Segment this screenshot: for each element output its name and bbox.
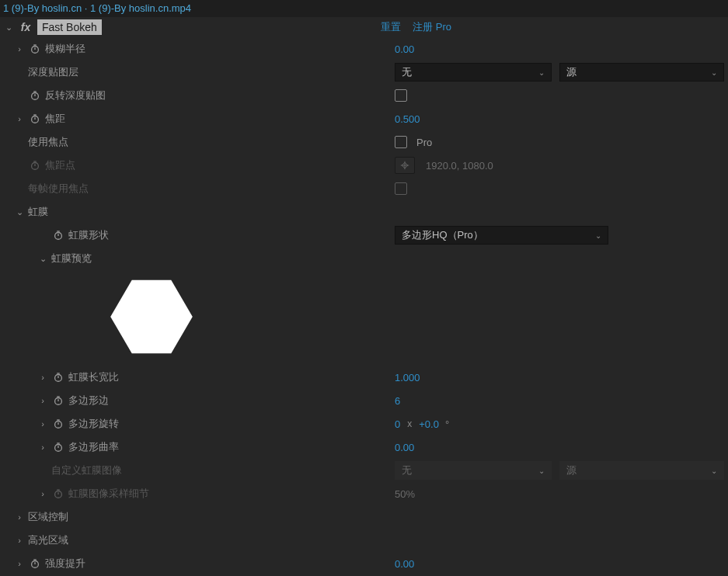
param-focus-point: › 焦距点 1920.0, 1080.0 bbox=[0, 154, 728, 177]
param-use-focus: › 使用焦点 Pro bbox=[0, 130, 728, 154]
chevron-right-icon[interactable]: › bbox=[14, 559, 25, 568]
param-label: 使用焦点 bbox=[28, 135, 68, 149]
focal-distance-value[interactable]: 0.500 bbox=[395, 113, 420, 125]
param-polygon-sides: › 多边形边 6 bbox=[0, 389, 728, 412]
param-iris-preview: ⌄ 虹膜预览 bbox=[0, 247, 728, 270]
iris-aspect-value[interactable]: 1.000 bbox=[395, 372, 420, 383]
param-label: 每帧使用焦点 bbox=[28, 182, 89, 196]
param-iris-aspect: › 虹膜长宽比 1.000 bbox=[0, 366, 728, 389]
chevron-right-icon[interactable]: › bbox=[14, 44, 25, 54]
param-label: 虹膜预览 bbox=[51, 252, 92, 265]
svg-rect-1 bbox=[33, 44, 37, 45]
chevron-down-icon: ⌄ bbox=[595, 231, 601, 240]
param-iris-group: ⌄ 虹膜 bbox=[0, 200, 728, 224]
svg-rect-27 bbox=[57, 396, 60, 397]
focus-point-coords: 1920.0, 1080.0 bbox=[426, 160, 493, 172]
param-label: 模糊半径 bbox=[45, 42, 85, 56]
chevron-right-icon[interactable]: › bbox=[37, 396, 48, 405]
stopwatch-icon[interactable] bbox=[51, 370, 65, 384]
stopwatch-icon[interactable] bbox=[51, 417, 65, 431]
svg-rect-31 bbox=[57, 419, 60, 420]
invert-depth-checkbox[interactable] bbox=[395, 89, 407, 102]
iris-preview-image bbox=[0, 270, 728, 366]
stopwatch-icon[interactable] bbox=[28, 557, 42, 571]
svg-rect-13 bbox=[33, 161, 37, 161]
depth-layer-dropdown[interactable]: 无 ⌄ bbox=[395, 63, 552, 82]
chevron-down-icon: ⌄ bbox=[711, 467, 717, 475]
stopwatch-icon bbox=[28, 158, 42, 172]
param-label: 虹膜形状 bbox=[68, 228, 109, 242]
param-polygon-curvature: › 多边形曲率 0.00 bbox=[0, 435, 728, 459]
polygon-curvature-value[interactable]: 0.00 bbox=[395, 442, 414, 453]
svg-rect-18 bbox=[57, 231, 60, 231]
svg-rect-35 bbox=[57, 442, 60, 443]
param-depth-layer: › 深度贴图层 无 ⌄ 源 ⌄ bbox=[0, 61, 728, 84]
param-label: 焦距 bbox=[45, 112, 65, 126]
iris-shape-dropdown[interactable]: 多边形HQ（Pro） ⌄ bbox=[395, 226, 608, 245]
param-label: 强度提升 bbox=[45, 557, 85, 571]
param-label: 多边形曲率 bbox=[68, 440, 119, 454]
svg-rect-23 bbox=[57, 373, 60, 373]
param-label: 虹膜长宽比 bbox=[68, 370, 119, 384]
stopwatch-icon[interactable] bbox=[51, 228, 65, 242]
param-label: 焦距点 bbox=[45, 158, 75, 172]
effect-name[interactable]: Fast Bokeh bbox=[37, 19, 102, 35]
fx-icon[interactable]: fx bbox=[17, 20, 34, 34]
svg-rect-43 bbox=[33, 559, 37, 560]
intensity-boost-value[interactable]: 0.00 bbox=[395, 558, 414, 570]
chevron-right-icon[interactable]: › bbox=[37, 442, 48, 452]
param-highlight-region: › 高光区域 bbox=[0, 529, 728, 552]
pro-suffix: Pro bbox=[416, 137, 432, 148]
param-intensity-boost: › 强度提升 0.00 bbox=[0, 552, 728, 575]
param-focal-distance: › 焦距 0.500 bbox=[0, 107, 728, 130]
param-invert-depth: › 反转深度贴图 bbox=[0, 84, 728, 107]
custom-iris-dropdown: 无 ⌄ bbox=[395, 461, 552, 480]
reset-link[interactable]: 重置 bbox=[381, 21, 401, 33]
param-iris-sample-detail: › 虹膜图像采样细节 50% bbox=[0, 482, 728, 505]
chevron-down-icon[interactable]: ⌄ bbox=[37, 254, 48, 264]
depth-layer-source-dropdown[interactable]: 源 ⌄ bbox=[559, 63, 724, 82]
per-frame-focus-checkbox bbox=[395, 182, 407, 195]
chevron-right-icon[interactable]: › bbox=[14, 114, 25, 123]
chevron-down-icon: ⌄ bbox=[538, 467, 545, 475]
stopwatch-icon[interactable] bbox=[28, 112, 42, 126]
param-per-frame-focus: › 每帧使用焦点 bbox=[0, 177, 728, 200]
rotation-separator: x bbox=[407, 418, 412, 429]
param-label: 深度贴图层 bbox=[28, 65, 78, 79]
stopwatch-icon[interactable] bbox=[28, 88, 42, 102]
effect-header: ⌄ fx Fast Bokeh 重置 注册 Pro bbox=[0, 17, 728, 37]
rotation-degrees[interactable]: +0.0 bbox=[419, 418, 439, 430]
svg-rect-39 bbox=[57, 489, 60, 490]
chevron-down-icon: ⌄ bbox=[538, 68, 545, 77]
stopwatch-icon[interactable] bbox=[51, 394, 65, 408]
chevron-right-icon[interactable]: › bbox=[14, 536, 25, 545]
param-label: 虹膜图像采样细节 bbox=[68, 487, 149, 501]
param-label: 自定义虹膜图像 bbox=[51, 463, 122, 477]
custom-iris-source-dropdown: 源 ⌄ bbox=[559, 461, 724, 480]
chevron-right-icon[interactable]: › bbox=[14, 512, 25, 522]
chevron-right-icon[interactable]: › bbox=[37, 419, 48, 429]
chevron-down-icon[interactable]: ⌄ bbox=[14, 207, 25, 217]
chevron-right-icon[interactable]: › bbox=[37, 489, 48, 498]
stopwatch-icon[interactable] bbox=[28, 42, 42, 56]
chevron-right-icon[interactable]: › bbox=[37, 373, 48, 382]
polygon-sides-value[interactable]: 6 bbox=[395, 395, 400, 407]
param-label: 区域控制 bbox=[28, 510, 68, 524]
collapse-effect-icon[interactable]: ⌄ bbox=[3, 23, 14, 33]
param-blur-radius: › 模糊半径 0.00 bbox=[0, 37, 728, 61]
rotation-revolutions[interactable]: 0 bbox=[395, 418, 400, 430]
use-focus-checkbox[interactable] bbox=[395, 136, 407, 148]
stopwatch-icon[interactable] bbox=[51, 440, 65, 454]
param-label: 虹膜 bbox=[28, 205, 48, 219]
svg-rect-9 bbox=[33, 114, 37, 115]
window-title: 1 (9)-By hoslin.cn · 1 (9)-By hoslin.cn.… bbox=[0, 0, 728, 17]
register-pro-link[interactable]: 注册 Pro bbox=[413, 21, 451, 33]
param-label: 高光区域 bbox=[28, 533, 68, 547]
degree-symbol: ° bbox=[445, 418, 449, 430]
blur-radius-value[interactable]: 0.00 bbox=[395, 43, 414, 55]
param-polygon-rotation: › 多边形旋转 0x+0.0° bbox=[0, 412, 728, 435]
param-label: 多边形旋转 bbox=[68, 417, 119, 431]
param-label: 反转深度贴图 bbox=[45, 88, 106, 102]
crosshair-icon bbox=[395, 157, 415, 174]
param-label: 多边形边 bbox=[68, 394, 109, 408]
